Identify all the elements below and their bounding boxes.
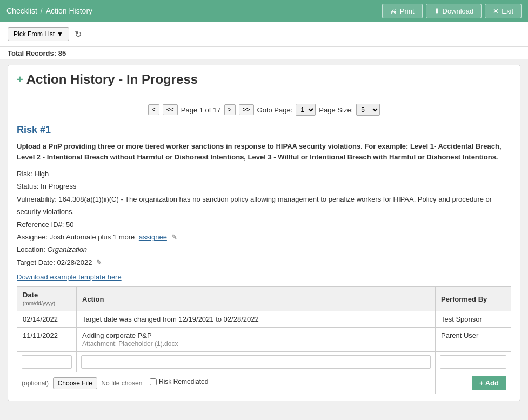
risk-location-row: Location: Organization xyxy=(17,243,511,256)
optional-label: (optional) xyxy=(22,379,49,387)
header: Checklist / Action History 🖨 Print ⬇ Dow… xyxy=(0,0,528,22)
risk-status-row: Status: In Progress xyxy=(17,180,511,192)
cell-action-0: Target date was changed from 12/19/2021 … xyxy=(77,311,436,328)
header-buttons: 🖨 Print ⬇ Download ✕ Exit xyxy=(382,4,522,18)
risk-reference-row: Reference ID#: 50 xyxy=(17,218,511,231)
assignee-value: Josh Automate plus 1 more xyxy=(50,233,135,241)
page-prev-button[interactable]: << xyxy=(163,104,178,115)
col-performed: Performed By xyxy=(436,287,511,311)
template-link[interactable]: Download example template here xyxy=(17,273,511,281)
target-date-edit-icon[interactable]: ✎ xyxy=(96,258,102,266)
risk-remediated-text: Risk Remediated xyxy=(159,378,208,385)
page-info: Page 1 of 17 xyxy=(181,106,221,114)
risk-label: Risk: xyxy=(17,170,32,178)
no-file-text: No file chosen xyxy=(101,379,142,387)
risk-section: Risk #1 Upload a PnP providing three or … xyxy=(17,124,511,281)
risk-assignee-row: Assignee: Josh Automate plus 1 more assi… xyxy=(17,231,511,243)
cell-action-1: Adding corporate P&P Attachment: Placeho… xyxy=(77,328,436,352)
dropdown-icon: ▼ xyxy=(57,30,63,38)
vulnerability-label: Vulnerability: xyxy=(17,195,57,203)
add-button-cell: + Add xyxy=(436,372,511,394)
risk-vulnerability-row: Vulnerability: 164.308(a)(1)(ii)(C) - Th… xyxy=(17,193,511,218)
file-cell: (optional) Choose File No file chosen Ri… xyxy=(17,372,436,394)
cell-performed-0: Test Sponsor xyxy=(436,311,511,328)
location-label: Location: xyxy=(17,245,45,254)
add-button[interactable]: + Add xyxy=(472,376,506,390)
page-next-button[interactable]: > xyxy=(224,104,236,115)
page-size-label: Page Size: xyxy=(319,106,353,114)
target-date-label: Target Date: xyxy=(17,258,55,266)
input-row xyxy=(17,352,511,372)
status-label: Status: xyxy=(17,182,38,190)
risk-level-row: Risk: High xyxy=(17,168,511,180)
risk-remediated-checkbox[interactable] xyxy=(150,378,157,385)
performed-input[interactable] xyxy=(440,355,506,369)
table-row: 11/11/2022 Adding corporate P&P Attachme… xyxy=(17,328,511,352)
date-input[interactable] xyxy=(22,355,72,369)
risk-value: High xyxy=(35,170,49,178)
pick-from-list-button[interactable]: Pick From List ▼ xyxy=(8,27,69,41)
exit-button[interactable]: ✕ Exit xyxy=(485,4,522,18)
target-date-value: 02/28/2022 xyxy=(57,258,92,266)
action-table: Date (mm/dd/yyyy) Action Performed By 02… xyxy=(17,286,511,394)
breadcrumb-separator: / xyxy=(41,6,43,15)
assignee-edit-icon[interactable]: ✎ xyxy=(171,233,177,241)
choose-file-button[interactable]: Choose File xyxy=(53,377,97,389)
main-content: + Action History - In Progress < << Page… xyxy=(0,59,528,406)
date-input-cell xyxy=(17,352,77,372)
date-format: (mm/dd/yyyy) xyxy=(23,301,55,306)
attachment-1: Attachment: Placeholder (1).docx xyxy=(82,340,178,348)
vulnerability-value: 164.308(a)(1)(ii)(C) - The organization … xyxy=(17,195,492,216)
total-records: Total Records: 85 xyxy=(0,47,528,59)
page-last-button[interactable]: >> xyxy=(239,104,254,115)
card-title: + Action History - In Progress xyxy=(17,72,511,94)
reference-label: Reference ID#: xyxy=(17,221,64,229)
goto-page-select[interactable]: 12345 xyxy=(296,104,316,116)
col-date: Date (mm/dd/yyyy) xyxy=(17,287,77,311)
risk-description: Upload a PnP providing three or more tie… xyxy=(17,141,511,162)
assignee-link[interactable]: assignee xyxy=(139,233,167,241)
refresh-button[interactable]: ↻ xyxy=(75,29,82,39)
cell-date-1: 11/11/2022 xyxy=(17,328,77,352)
performed-input-cell xyxy=(436,352,511,372)
reference-value: 50 xyxy=(66,221,73,229)
risk-meta: Risk: High Status: In Progress Vulnerabi… xyxy=(17,168,511,269)
action-input-cell xyxy=(77,352,436,372)
page-size-select[interactable]: 51025 xyxy=(356,104,380,116)
print-icon: 🖨 xyxy=(390,7,397,15)
table-row: 02/14/2022 Target date was changed from … xyxy=(17,311,511,328)
download-button[interactable]: ⬇ Download xyxy=(426,4,482,18)
risk-target-date-row: Target Date: 02/28/2022 ✎ xyxy=(17,256,511,269)
main-card: + Action History - In Progress < << Page… xyxy=(8,65,520,401)
assignee-label: Assignee: xyxy=(17,233,48,241)
risk-title[interactable]: Risk #1 xyxy=(17,124,511,136)
cell-performed-1: Parent User xyxy=(436,328,511,352)
download-icon: ⬇ xyxy=(434,7,440,15)
pagination: < << Page 1 of 17 > >> Goto Page: 12345 … xyxy=(17,99,511,124)
file-row: (optional) Choose File No file chosen Ri… xyxy=(17,372,511,394)
goto-label: Goto Page: xyxy=(257,106,293,114)
breadcrumb-checklist[interactable]: Checklist xyxy=(6,6,37,15)
status-value: In Progress xyxy=(41,182,76,190)
exit-icon: ✕ xyxy=(493,7,499,15)
toolbar: Pick From List ▼ ↻ xyxy=(0,22,528,47)
location-value: Organization xyxy=(47,245,87,254)
table-header-row: Date (mm/dd/yyyy) Action Performed By xyxy=(17,287,511,311)
breadcrumb-action-history: Action History xyxy=(46,6,92,15)
card-title-text: Action History - In Progress xyxy=(26,72,198,87)
cell-date-0: 02/14/2022 xyxy=(17,311,77,328)
page-first-button[interactable]: < xyxy=(148,104,159,115)
action-input[interactable] xyxy=(81,355,431,369)
risk-remediated-label: Risk Remediated xyxy=(150,378,208,385)
print-button[interactable]: 🖨 Print xyxy=(382,4,423,18)
breadcrumb: Checklist / Action History xyxy=(6,6,92,15)
expand-icon[interactable]: + xyxy=(17,74,23,86)
col-action: Action xyxy=(77,287,436,311)
